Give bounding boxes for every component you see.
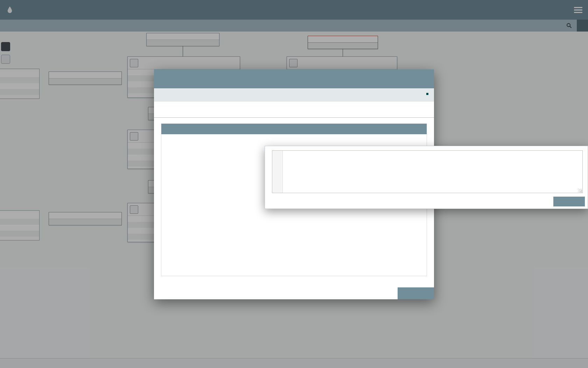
dialog-tabs	[154, 106, 434, 118]
properties-table-header	[161, 124, 427, 134]
dialog-header	[154, 69, 434, 88]
dialog-status-row	[154, 88, 434, 102]
value-editor-ok-button[interactable]	[553, 197, 585, 206]
value-editor-popup	[265, 146, 588, 209]
line-number-gutter	[272, 151, 283, 193]
value-editor-text[interactable]	[283, 151, 582, 193]
dialog-ok-button[interactable]	[398, 287, 434, 299]
value-editor-frame[interactable]	[272, 150, 583, 193]
